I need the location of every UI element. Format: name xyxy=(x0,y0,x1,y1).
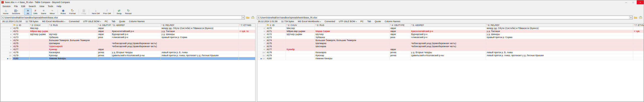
row-number[interactable]: 7 xyxy=(257,42,266,45)
left-open-in-explorer-button[interactable] xyxy=(251,16,255,19)
row-number[interactable]: 5 xyxy=(257,36,266,39)
row-number[interactable]: 7 xyxy=(1,42,13,45)
next-diff-button[interactable]: ↓Next Diff xyxy=(90,9,101,15)
left-cell-objtype-row9[interactable]: овраг xyxy=(97,48,111,51)
left-cell-id-row2[interactable]: 4170 xyxy=(13,27,29,30)
show-all-button[interactable]: ∗All xyxy=(24,9,32,15)
right-cell-chuv-row5[interactable] xyxy=(286,36,315,39)
left-cell-id-row9[interactable]: 4177 xyxy=(13,48,29,51)
row-number[interactable]: 3 xyxy=(1,30,13,33)
left-cell-objtype-row11[interactable]: речка xyxy=(97,54,111,57)
row-number[interactable]: 9 xyxy=(1,48,13,51)
left-cell-rus-row2[interactable] xyxy=(48,27,97,30)
left-cell-etyms-row12[interactable] xyxy=(239,57,255,60)
right-path-input[interactable] xyxy=(257,16,629,19)
left-cell-objtype-row3[interactable]: овраг xyxy=(97,30,111,33)
left-cell-id-row7[interactable]: 4175 xyxy=(13,42,29,45)
left-cell-id-row3[interactable]: 4171 xyxy=(13,30,29,33)
left-column-header-absref[interactable]: *5: ABSREF xyxy=(111,24,161,27)
left-path-input[interactable] xyxy=(2,16,241,19)
home-button[interactable]: ⌂Home xyxy=(1,9,10,15)
row-number[interactable]: ▶12 xyxy=(257,57,266,60)
show-same-button[interactable]: =Same xyxy=(39,9,48,15)
left-cell-rus-row12[interactable]: Нижние Кинеры xyxy=(48,57,97,60)
left-cell-relref-row7[interactable] xyxy=(161,42,239,45)
right-cell-etyms-row3[interactable]: < чув. xyxy=(633,30,643,33)
row-number[interactable]: 6 xyxy=(257,39,266,42)
left-cell-relref-row8[interactable] xyxy=(161,45,239,48)
left-cell-id-row8[interactable]: 4176 xyxy=(13,45,29,48)
left-cell-relref-row2[interactable]: между дд. Сĕçпе (Систеби) и Пăвакасси (Б… xyxy=(161,27,239,30)
reload-button[interactable]: ↻Reload xyxy=(123,9,133,15)
right-cell-etyms-row11[interactable] xyxy=(633,54,643,57)
right-cell-id-row10[interactable]: 4178 xyxy=(266,51,286,54)
maximize-button[interactable]: □ xyxy=(630,0,637,4)
left-quoting[interactable]: Quote xyxy=(119,20,125,23)
menu-help[interactable]: Help xyxy=(55,5,63,8)
right-cell-absref-row6[interactable] xyxy=(410,39,486,42)
row-number[interactable]: 11 xyxy=(257,54,266,57)
left-encoding-dropdown[interactable]: UTF-16LE BOM▾ xyxy=(83,20,101,23)
left-cell-rus-row6[interactable]: Большая Тюмерля, Большие Тюмерли xyxy=(48,39,97,42)
left-cell-objtype-row12[interactable] xyxy=(97,57,111,60)
right-cell-objtype-row12[interactable] xyxy=(390,57,410,60)
left-cell-id-row12[interactable]: 4180 xyxy=(13,57,29,60)
left-path-dropdown-arrow-icon[interactable]: ▾ xyxy=(241,16,245,19)
right-cell-absref-row11[interactable]: Цивильский и Козловский р-ны xyxy=(410,54,486,57)
left-cell-id-row4[interactable]: 4172 xyxy=(13,33,29,36)
left-cell-absref-row7[interactable]: Чебоксарский уезд (правобережная часть) xyxy=(111,42,161,45)
right-cell-id-row11[interactable]: 4179 xyxy=(266,54,286,57)
right-path-dropdown-arrow-icon[interactable]: ▾ xyxy=(629,16,632,19)
right-cell-absref-row8[interactable]: Чебоксарский уезд (правобережная часть) xyxy=(410,45,486,48)
left-column-header-rus[interactable]: *3: RUS xyxy=(48,24,97,27)
left-cell-absref-row10[interactable]: у д. Вторые Чекуры xyxy=(111,51,161,54)
right-file-format-dropdown[interactable]: MS Excel Workbooks▾ xyxy=(298,20,321,23)
right-cell-relref-row8[interactable] xyxy=(486,45,633,48)
right-cell-chuv-row6[interactable] xyxy=(286,39,315,42)
right-cell-relref-row2[interactable]: между дд. Сĕçпе (Систеби) и Пăвакасси (Б… xyxy=(486,27,633,30)
left-cell-chuv-row4[interactable]: Шÿтнер çырми xyxy=(29,33,48,36)
right-cell-relref-row3[interactable]: у д. Токташи xyxy=(486,30,633,33)
row-number[interactable]: 11 xyxy=(1,54,13,57)
right-cell-etyms-row7[interactable] xyxy=(633,42,643,45)
right-cell-relref-row9[interactable] xyxy=(486,48,633,51)
left-cell-chuv-row9[interactable] xyxy=(29,48,48,51)
row-number[interactable]: ▶12 xyxy=(1,57,13,60)
right-cell-relref-row7[interactable] xyxy=(486,42,633,45)
right-cell-chuv-row12[interactable] xyxy=(286,57,315,60)
left-cell-absref-row12[interactable] xyxy=(111,57,161,60)
right-cell-id-row9[interactable]: 4177 xyxy=(266,48,286,51)
right-cell-id-row8[interactable]: 4176 xyxy=(266,45,286,48)
menu-view[interactable]: View xyxy=(38,5,46,8)
right-cell-id-row2[interactable]: 4170 xyxy=(266,27,286,30)
left-browse-folder-button[interactable] xyxy=(246,16,250,19)
left-cell-objtype-row4[interactable]: овраг xyxy=(97,33,111,36)
right-cell-id-row6[interactable]: 4174 xyxy=(266,39,286,42)
row-number[interactable]: 10 xyxy=(1,51,13,54)
right-cell-chuv-row4[interactable]: Шÿтнер çырми xyxy=(286,33,315,36)
right-cell-id-row5[interactable]: 4173 xyxy=(266,36,286,39)
app-icon[interactable] xyxy=(1,1,4,4)
right-cell-rus-row8[interactable]: Шеснарка xyxy=(315,45,390,48)
left-column-header-objtype[interactable]: *4: OBJTYPE xyxy=(97,24,111,27)
row-number[interactable]: 2 xyxy=(1,27,13,30)
menu-search[interactable]: Search xyxy=(27,5,38,8)
left-cell-etyms-row4[interactable] xyxy=(239,33,255,36)
left-cell-relref-row6[interactable] xyxy=(161,39,239,42)
left-column-header-chuv[interactable]: *2: CHUV xyxy=(29,24,48,27)
menu-edit[interactable]: Edit xyxy=(20,5,27,8)
right-cell-relref-row6[interactable] xyxy=(486,39,633,42)
left-cell-relref-row4[interactable]: у д. Шинеры xyxy=(161,33,239,36)
sessions-button[interactable]: ▤▾Sessions xyxy=(10,9,22,15)
right-cell-rus-row7[interactable]: Шатмарка xyxy=(315,42,390,45)
right-cell-etyms-row8[interactable] xyxy=(633,45,643,48)
right-cell-chuv-row2[interactable]: Мислер xyxy=(286,27,315,30)
right-column-header-chuv[interactable]: *2: CHUV xyxy=(286,24,315,27)
right-cell-id-row3[interactable]: 4171 xyxy=(266,30,286,33)
right-cell-etyms-row2[interactable] xyxy=(633,27,643,30)
right-cell-etyms-row10[interactable] xyxy=(633,51,643,54)
menu-session[interactable]: Session xyxy=(1,5,12,8)
right-column-header-absref[interactable]: *5: ABSREF xyxy=(410,24,486,27)
right-cell-rus-row2[interactable] xyxy=(315,27,390,30)
right-cell-objtype-row6[interactable] xyxy=(390,39,410,42)
